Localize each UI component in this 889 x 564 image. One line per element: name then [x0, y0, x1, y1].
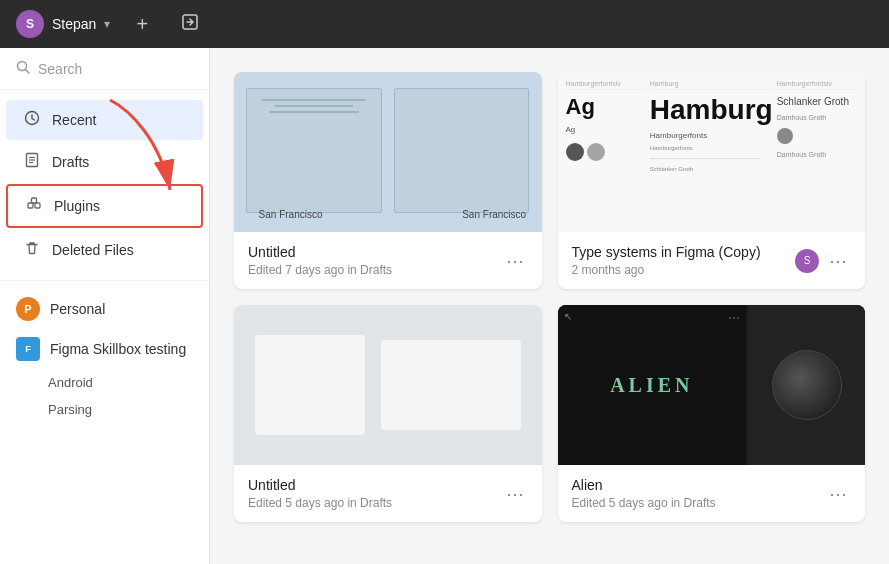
typo-thumbnail: Hamburgerfontsiv Ag Ag Hamburg Hamburg H	[558, 72, 866, 232]
file-more-button[interactable]: ⋯	[825, 248, 851, 274]
typo-big-text: Hamburg	[650, 96, 773, 124]
swatch	[587, 143, 605, 161]
map-label-left: San Francisco	[259, 209, 323, 220]
plus-icon: +	[137, 13, 149, 36]
sidebar-divider	[0, 280, 209, 281]
file-more-button[interactable]: ⋯	[502, 248, 528, 274]
drafts-icon	[22, 152, 42, 172]
file-name: Untitled	[248, 477, 502, 493]
svg-rect-9	[28, 203, 33, 208]
files-grid: San Francisco San Francisco Untitled Edi…	[234, 72, 865, 522]
svg-rect-11	[32, 198, 37, 203]
file-meta: Untitled Edited 5 days ago in Drafts	[248, 477, 502, 510]
file-name: Alien	[572, 477, 826, 493]
file-actions: S ⋯	[795, 248, 851, 274]
search-icon	[16, 60, 30, 77]
file-name: Type systems in Figma (Copy)	[572, 244, 796, 260]
sidebar-item-drafts[interactable]: Drafts	[6, 142, 203, 182]
file-card[interactable]: ↖ ALIEN ⋯ Alien Edited 5 days ago in Dr	[558, 305, 866, 522]
avatar: S	[16, 10, 44, 38]
sub-item-label: Android	[48, 375, 93, 390]
file-meta: Type systems in Figma (Copy) 2 months ag…	[572, 244, 796, 277]
search-label: Search	[38, 61, 82, 77]
file-info: Type systems in Figma (Copy) 2 months ag…	[558, 232, 866, 289]
file-info: Untitled Edited 7 days ago in Drafts ⋯	[234, 232, 542, 289]
workspace-figma-skillbox[interactable]: F Figma Skillbox testing	[0, 329, 209, 369]
sidebar-item-plugins[interactable]: Plugins	[6, 184, 203, 228]
file-name: Untitled	[248, 244, 502, 260]
file-date: Edited 5 days ago in Drafts	[248, 496, 502, 510]
file-date: Edited 7 days ago in Drafts	[248, 263, 502, 277]
file-card[interactable]: Untitled Edited 5 days ago in Drafts ⋯	[234, 305, 542, 522]
typo-col-3: Hamburgerfontsiv Schlanker Groth Damhous…	[777, 80, 857, 224]
typo-header: Hamburgerfontsiv	[566, 80, 646, 90]
files-content: San Francisco San Francisco Untitled Edi…	[210, 48, 889, 564]
sub-item-parsing[interactable]: Parsing	[0, 396, 209, 423]
topbar: S Stepan ▾ +	[0, 0, 889, 48]
sidebar-item-deleted[interactable]: Deleted Files	[6, 230, 203, 270]
typo-big-text: Ag	[566, 96, 646, 118]
swatch	[777, 128, 793, 144]
typo-header: Hamburg	[650, 80, 773, 90]
typo-small-text: Ag	[566, 125, 646, 134]
plugins-icon	[24, 196, 44, 216]
sidebar-item-label: Deleted Files	[52, 242, 134, 258]
sub-item-label: Parsing	[48, 402, 92, 417]
file-info: Alien Edited 5 days ago in Drafts ⋯	[558, 465, 866, 522]
import-button[interactable]	[174, 8, 206, 40]
file-date: 2 months ago	[572, 263, 796, 277]
search-bar[interactable]: Search	[0, 48, 209, 90]
workspace-label: Personal	[50, 301, 105, 317]
typo-header: Hamburgerfontsiv	[777, 80, 857, 90]
file-thumbnail	[234, 305, 542, 465]
typo-col-2: Hamburg Hamburg Hamburgerfonts Hamburger…	[650, 80, 773, 224]
workspace-label: Figma Skillbox testing	[50, 341, 186, 357]
file-user-avatar: S	[795, 249, 819, 273]
alien-title-text: ALIEN	[610, 374, 693, 397]
file-more-button[interactable]: ⋯	[825, 481, 851, 507]
main-layout: Search Recent	[0, 48, 889, 564]
file-card[interactable]: San Francisco San Francisco Untitled Edi…	[234, 72, 542, 289]
sidebar-item-label: Plugins	[54, 198, 100, 214]
file-info: Untitled Edited 5 days ago in Drafts ⋯	[234, 465, 542, 522]
sub-item-android[interactable]: Android	[0, 369, 209, 396]
typo-small-text: Damhous Groth	[777, 114, 857, 121]
alien-panel-left: ↖ ALIEN ⋯	[558, 305, 747, 465]
alien-panel-right	[748, 305, 865, 465]
svg-rect-10	[35, 203, 40, 208]
file-meta: Alien Edited 5 days ago in Drafts	[572, 477, 826, 510]
svg-line-3	[26, 70, 30, 74]
typo-medium-text: Schlanker Groth	[777, 96, 857, 107]
typo-swatches	[566, 143, 646, 161]
sidebar-item-label: Drafts	[52, 154, 89, 170]
file-thumbnail: San Francisco San Francisco	[234, 72, 542, 232]
empty-box-right	[381, 340, 521, 430]
typo-swatches-2	[777, 128, 857, 144]
clock-icon	[22, 110, 42, 130]
workspace-personal[interactable]: P Personal	[0, 289, 209, 329]
user-menu[interactable]: S Stepan ▾	[16, 10, 110, 38]
typo-extra: Schlanker Groth	[650, 166, 773, 172]
sidebar-item-label: Recent	[52, 112, 96, 128]
typo-divider	[650, 158, 761, 159]
team-avatar: F	[16, 337, 40, 361]
file-card[interactable]: Hamburgerfontsiv Ag Ag Hamburg Hamburg H	[558, 72, 866, 289]
typo-extra2: Damhous Groth	[777, 151, 857, 158]
typo-col-1: Hamburgerfontsiv Ag Ag	[566, 80, 646, 224]
new-file-button[interactable]: +	[126, 8, 158, 40]
empty-thumbnail	[234, 305, 542, 465]
alien-arrow-icon: ↖	[564, 311, 572, 322]
import-icon	[181, 13, 199, 36]
sidebar: Search Recent	[0, 48, 210, 564]
empty-box-left	[255, 335, 365, 435]
astronaut-image	[772, 350, 842, 420]
alien-dots: ⋯	[728, 311, 740, 325]
file-meta: Untitled Edited 7 days ago in Drafts	[248, 244, 502, 277]
file-more-button[interactable]: ⋯	[502, 481, 528, 507]
map-label-right: San Francisco	[462, 209, 526, 220]
file-thumbnail: Hamburgerfontsiv Ag Ag Hamburg Hamburg H	[558, 72, 866, 232]
user-name: Stepan	[52, 16, 96, 32]
sidebar-item-recent[interactable]: Recent	[6, 100, 203, 140]
workspace-avatar: P	[16, 297, 40, 321]
swatch	[566, 143, 584, 161]
